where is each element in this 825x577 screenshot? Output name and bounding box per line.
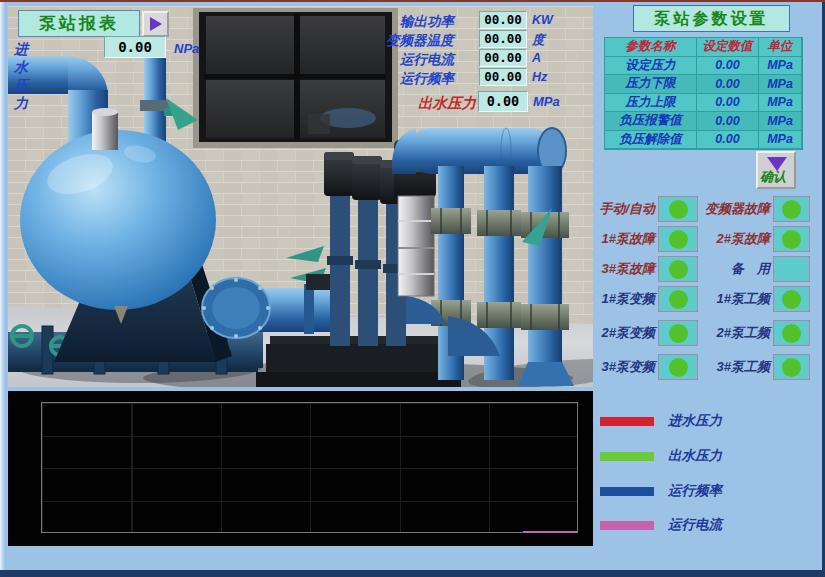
status-indicator: [658, 226, 698, 252]
status-label: 变频器故障: [700, 200, 770, 218]
lamp-on-icon: [782, 230, 801, 249]
status-label: 1#泵工频: [700, 290, 770, 308]
status-label: 1#泵故障: [596, 230, 655, 248]
lamp-on-icon: [669, 230, 688, 249]
window: [193, 8, 398, 148]
outlet-pressure-unit: MPa: [533, 94, 560, 109]
param-unit: MPa: [759, 94, 802, 113]
param-name: 负压解除值: [605, 131, 697, 150]
reading-unit: KW: [532, 13, 553, 27]
reading-unit: Hz: [532, 70, 547, 84]
reading-value: 00.00: [479, 30, 527, 48]
legend-swatch: [600, 417, 654, 426]
tank-top-fitting: [92, 112, 118, 150]
outlet-pressure-value: 0.00: [478, 91, 528, 112]
param-unit: MPa: [759, 57, 802, 76]
reading-value: 00.00: [479, 49, 527, 67]
frame-top-edge: [0, 0, 825, 2]
param-value[interactable]: 0.00: [697, 112, 759, 131]
param-value[interactable]: 0.00: [697, 131, 759, 150]
param-unit: MPa: [759, 131, 802, 150]
settings-table: 参数名称 设定数值 单位 设定压力 0.00 MPa 压力下限 0.00 MPa…: [604, 37, 803, 150]
param-value[interactable]: 0.00: [697, 75, 759, 94]
reading-unit: A: [532, 51, 541, 65]
status-label: 手动/自动: [596, 200, 655, 218]
status-row: 1#泵变频 1#泵工频: [596, 286, 814, 313]
param-name: 设定压力: [605, 57, 697, 76]
status-label: 3#泵工频: [700, 358, 770, 376]
lamp-on-icon: [669, 200, 688, 219]
reading-value: 00.00: [479, 11, 527, 29]
status-row: 手动/自动 变频器故障: [596, 196, 814, 223]
param-unit: MPa: [759, 75, 802, 94]
column-header: 参数名称: [605, 38, 697, 57]
trend-plot-area: [41, 402, 578, 533]
status-label: 备 用: [700, 260, 770, 278]
status-row: 1#泵故障 2#泵故障: [596, 226, 814, 253]
legend-item: 运行频率: [600, 481, 722, 501]
lamp-on-icon: [782, 200, 801, 219]
lamp-on-icon: [669, 260, 688, 279]
legend-swatch: [600, 487, 654, 496]
status-label: 3#泵变频: [596, 358, 655, 376]
confirm-button[interactable]: 确认: [756, 151, 796, 189]
status-row: 3#泵故障 备 用: [596, 256, 814, 283]
param-name: 压力上限: [605, 94, 697, 113]
lamp-on-icon: [782, 358, 801, 377]
legend-item: 进水压力: [600, 411, 722, 431]
status-indicator: [658, 286, 698, 312]
status-indicator: [658, 196, 698, 222]
inlet-pressure-value: 0.00: [104, 36, 166, 58]
legend-label: 运行电流: [668, 516, 722, 534]
status-row: 3#泵变频 3#泵工频: [596, 354, 814, 381]
play-triangle-icon: [150, 17, 162, 31]
param-name: 压力下限: [605, 75, 697, 94]
status-indicator: [773, 196, 810, 222]
hmi-main-screen: 泵站报表 进水压力 0.00 NPa 输出功率 00.00 KW 变频器温度 0…: [0, 0, 825, 577]
status-indicator: [773, 354, 810, 380]
status-indicator: [658, 256, 698, 282]
confirm-label: 确认: [760, 168, 786, 186]
reading-unit: 度: [532, 32, 545, 49]
column-header: 单位: [759, 38, 802, 57]
status-indicator: [773, 286, 810, 312]
reading-label: 输出功率: [400, 13, 454, 31]
legend-label: 进水压力: [668, 412, 722, 430]
status-row: 2#泵变频 2#泵工频: [596, 320, 814, 347]
status-label: 2#泵故障: [700, 230, 770, 248]
status-indicator: [773, 256, 810, 282]
status-label: 1#泵变频: [596, 290, 655, 308]
settings-panel-title: 泵站参数设置: [633, 5, 790, 32]
inlet-pressure-unit: NPa: [174, 41, 199, 56]
frame-left-edge: [0, 2, 6, 577]
legend-label: 出水压力: [668, 447, 722, 465]
lamp-on-icon: [669, 324, 688, 343]
trend-chart: [8, 391, 593, 546]
report-button[interactable]: 泵站报表: [18, 10, 140, 37]
status-indicator: [773, 226, 810, 252]
reading-label: 运行电流: [400, 51, 454, 69]
param-name: 负压报警值: [605, 112, 697, 131]
param-value[interactable]: 0.00: [697, 57, 759, 76]
legend-swatch: [600, 452, 654, 461]
lamp-on-icon: [782, 290, 801, 309]
status-indicator: [658, 354, 698, 380]
lamp-on-icon: [669, 290, 688, 309]
lamp-on-icon: [782, 324, 801, 343]
reading-value: 00.00: [479, 68, 527, 86]
legend-item: 运行电流: [600, 515, 722, 535]
reading-label: 运行频率: [400, 70, 454, 88]
lamp-on-icon: [669, 358, 688, 377]
legend-label: 运行频率: [668, 482, 722, 500]
status-label: 3#泵故障: [596, 260, 655, 278]
report-play-button[interactable]: [142, 11, 169, 37]
status-label: 2#泵变频: [596, 324, 655, 342]
param-value[interactable]: 0.00: [697, 94, 759, 113]
tank-sphere: [20, 130, 216, 310]
inlet-pressure-label: 进水压力: [14, 41, 28, 113]
legend-swatch: [600, 521, 654, 530]
param-unit: MPa: [759, 112, 802, 131]
status-indicator: [658, 320, 698, 346]
status-label: 2#泵工频: [700, 324, 770, 342]
outlet-pressure-label: 出水压力: [418, 94, 476, 113]
